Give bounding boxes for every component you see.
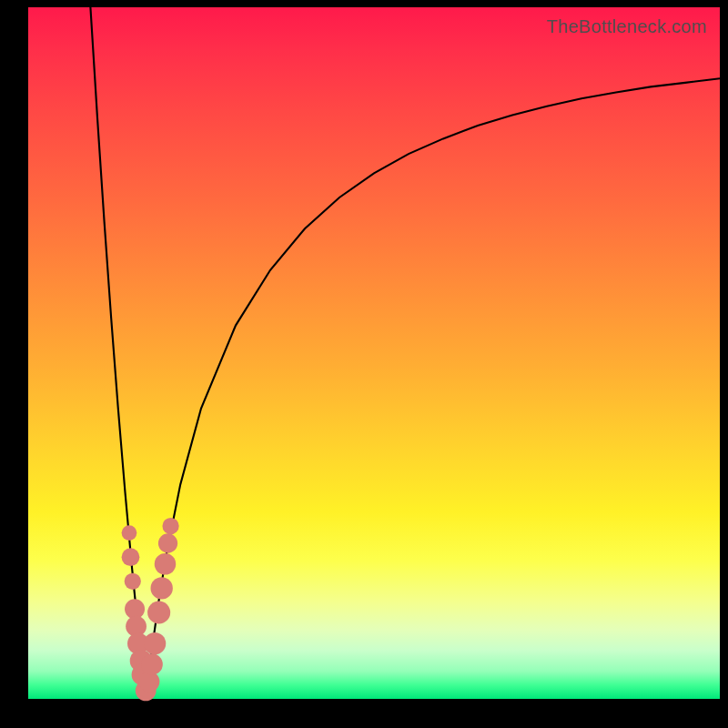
curve-right-line <box>146 78 720 699</box>
scatter-point <box>158 533 177 552</box>
plot-area: TheBottleneck.com <box>28 7 720 699</box>
scatter-point <box>162 518 178 534</box>
scatter-point <box>147 601 170 623</box>
scatter-point <box>144 632 166 654</box>
curve-left-line <box>90 7 146 699</box>
scatter-point <box>122 548 140 566</box>
scatter-point <box>155 553 177 575</box>
scatter-point <box>125 573 141 590</box>
scatter-point <box>151 577 173 599</box>
series-group <box>90 7 720 701</box>
chart-svg <box>28 7 720 699</box>
scatter-point <box>122 525 137 541</box>
chart-frame: TheBottleneck.com <box>0 0 728 728</box>
scatter-point <box>141 653 163 675</box>
